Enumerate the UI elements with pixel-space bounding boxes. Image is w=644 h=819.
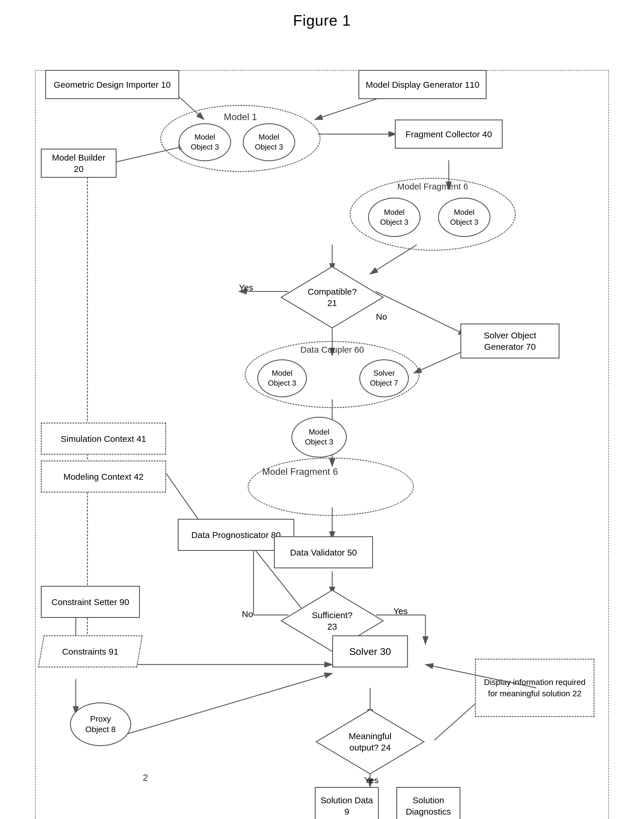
display-info: Display information required for meaning… (475, 659, 595, 717)
model-obj-1: ModelObject 3 (179, 123, 231, 161)
model-builder: Model Builder 20 (41, 149, 117, 178)
data-validator: Data Validator 50 (274, 536, 373, 568)
no2-label: No (242, 609, 253, 619)
yes2-label: Yes (393, 606, 408, 616)
model-fragment-upper-label: Model Fragment 6 (397, 182, 468, 192)
model-obj-6-small: ModelObject 3 (291, 417, 347, 458)
constraint-setter: Constraint Setter 90 (41, 586, 140, 618)
data-coupler-oval: Data Coupler 60 ModelObject 3 SolverObje… (245, 341, 420, 408)
model1-oval: Model 1 ModelObject 3 ModelObject 3 (160, 105, 320, 172)
solution-diagnostics: Solution Diagnostics (396, 787, 460, 819)
data-coupler-model-obj: ModelObject 3 (257, 359, 307, 397)
geo-design-importer: Geometric Design Importer 10 (45, 70, 179, 99)
constraints: Constraints 91 (38, 635, 143, 667)
modeling-context: Modeling Context 42 (41, 460, 166, 492)
solver: Solver 30 (332, 635, 408, 667)
compatible-diamond: Compatible? 21 (280, 265, 385, 329)
no1-label: No (376, 312, 387, 322)
meaningful-diamond: Meaningful output? 24 (315, 708, 425, 775)
model-fragment-lower-oval (248, 458, 414, 516)
model-fragment-upper: Model Fragment 6 ModelObject 3 ModelObje… (350, 178, 516, 251)
proxy-obj: ProxyObject 8 (70, 702, 131, 746)
boundary-label: 2 (143, 772, 148, 783)
fragment-collector: Fragment Collector 40 (395, 120, 503, 149)
data-coupler-label: Data Coupler 60 (301, 345, 364, 355)
solver-obj-gen: Solver Object Generator 70 (460, 324, 560, 359)
model1-label: Model 1 (224, 112, 257, 123)
model-display-generator: Model Display Generator 110 (359, 70, 487, 99)
sufficient-label: Sufficient? 23 (306, 609, 359, 632)
yes1-label: Yes (239, 283, 253, 293)
data-coupler-solver-obj: SolverObject 7 (359, 359, 409, 397)
model-obj-3: ModelObject 3 (368, 198, 420, 237)
page-title: Figure 1 (0, 0, 644, 35)
compatible-label: Compatible? 21 (306, 286, 359, 309)
model-obj-2: ModelObject 3 (243, 123, 295, 161)
model-obj-4: ModelObject 3 (438, 198, 491, 237)
meaningful-label: Meaningful output? 24 (342, 730, 398, 753)
yes3-label: Yes (364, 775, 379, 785)
sim-context: Simulation Context 41 (41, 423, 166, 455)
solution-data: Solution Data 9 (315, 787, 379, 819)
